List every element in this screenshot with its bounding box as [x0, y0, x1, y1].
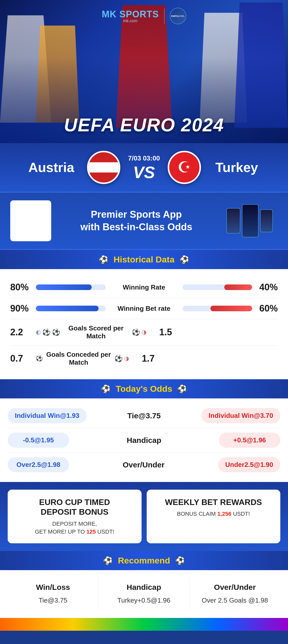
bonus-deposit-title: EURO CUP TIMEDDEPOSIT BONUS: [14, 497, 135, 517]
bonus-weekly-desc: BONUS CLAIM 1,256 USDT!: [153, 510, 274, 518]
stat-right-winning-rate: 40%: [252, 282, 278, 293]
empoli-badge: EMPOLI F.C.: [170, 8, 186, 24]
small-ball-icon: ⚽: [36, 355, 43, 362]
stat-bar-right-winning-bet: [183, 306, 252, 311]
stat-left-winning-bet: 90%: [10, 303, 36, 314]
recommend-win-loss-value: Tie@3.75: [13, 596, 93, 605]
recommend-col-win-loss: Win/Loss Tie@3.75: [8, 578, 99, 610]
austria-flag: [87, 151, 120, 184]
odds-section-header: ⚽ Today's Odds ⚽: [0, 379, 288, 398]
recommend-col-overunder: Over/Under Over 2.5 Goals @1.98: [189, 578, 280, 610]
recommend-overunder-title: Over/Under: [195, 583, 275, 592]
odds-ball-icon-left: ⚽: [101, 384, 111, 393]
stat-label-winning-rate: Winning Rate: [108, 283, 180, 291]
odds-row-overunder: Over2.5@1.98 Over/Under Under2.5@1.90: [8, 453, 280, 477]
vs-block: 7/03 03:00 VS: [128, 154, 160, 181]
austria-flag-top-red: [89, 152, 119, 162]
recommend-title: Recommend: [118, 556, 170, 566]
bonus-deposit-desc: DEPOSIT MORE,GET MORE! UP TO 125 USDT!: [14, 520, 135, 536]
recommend-win-loss-title: Win/Loss: [13, 583, 93, 592]
mk-sports-brand: MK SPORTS mk.com: [102, 9, 159, 23]
goals-conceded-icons-left: ⚽: [36, 355, 43, 362]
stat-fill-blue-winning-bet: [36, 306, 99, 311]
phone-mockup-2: [242, 204, 259, 237]
bonus-card-weekly[interactable]: WEEKLY BET REWARDS BONUS CLAIM 1,256 USD…: [147, 490, 281, 543]
odds-ball-icon-right: ⚽: [177, 384, 187, 393]
ball-icon-3: ⚽: [132, 328, 140, 336]
vs-text: VS: [133, 164, 155, 181]
stat-fill-red-winning-bet: [210, 306, 252, 311]
stat-left-winning-rate: 80%: [10, 282, 36, 293]
odds-center-overunder: Over/Under: [74, 461, 213, 469]
half-ball-icon-right-2: ◑: [124, 355, 129, 362]
recommend-ball-icon-left: ⚽: [103, 556, 113, 565]
ball-icon-2: ⚽: [52, 328, 60, 336]
austria-flag-bottom-red: [89, 172, 119, 182]
recommend-section-header: ⚽ Recommend ⚽: [0, 551, 288, 570]
promo-title: Premier Sports Appwith Best-in-Class Odd…: [56, 208, 216, 234]
bonus-weekly-amount: 1,256: [217, 511, 231, 517]
odds-center-handicap: Handicap: [74, 436, 214, 445]
goals-scored-icons-right: ⚽ ◑: [132, 328, 146, 336]
turkey-crescent-icon: ☪: [177, 160, 191, 175]
logo-divider: [164, 8, 165, 24]
soccer-ball-icon-right: ⚽: [180, 255, 189, 264]
recommend-ball-icon-right: ⚽: [175, 556, 185, 565]
bottom-color-bar: [0, 618, 288, 631]
ball-icon-1: ⚽: [42, 328, 50, 336]
half-ball-icon: ◐: [36, 329, 41, 336]
promo-phones: [221, 200, 278, 241]
austria-flag-white: [89, 162, 119, 172]
phone-mockup-3: [260, 209, 273, 232]
odds-left-handicap[interactable]: -0.5@1.95: [8, 433, 69, 448]
odds-row-win: Individual Win@1.93 Tie@3.75 Individual …: [8, 404, 280, 428]
turkey-flag: ☪: [168, 151, 201, 184]
hero-title: UEFA EURO 2024: [64, 114, 224, 135]
phone-mockup-1: [226, 208, 240, 234]
recommend-handicap-value: Turkey+0.5@1.96: [104, 596, 184, 605]
historical-section-header: ⚽ Historical Data ⚽: [0, 250, 288, 269]
stat-label-goals-conceded: Goals Conceded per Match: [43, 351, 114, 366]
odds-right-handicap[interactable]: +0.5@1.96: [219, 433, 280, 448]
half-ball-icon-right: ◑: [142, 329, 146, 336]
team-right-name: Turkey: [201, 160, 273, 175]
stat-bar-right-winning-rate: [183, 284, 252, 290]
soccer-ball-icon-left: ⚽: [99, 255, 108, 264]
odds-title: Today's Odds: [116, 384, 172, 394]
recommend-grid: Win/Loss Tie@3.75 Handicap Turkey+0.5@1.…: [0, 570, 288, 618]
promo-qr-code[interactable]: // QR code will be rendered via CSS appr…: [10, 200, 51, 241]
stat-right-goals-conceded: 1.7: [129, 353, 155, 364]
bonus-deposit-amount: 125: [86, 528, 96, 535]
recommend-overunder-value: Over 2.5 Goals @1.98: [195, 596, 275, 605]
match-date: 7/03 03:00: [128, 154, 160, 162]
stat-left-goals-conceded: 0.7: [10, 353, 36, 364]
hero-section: MK SPORTS mk.com EMPOLI F.C. UEFA EURO 2…: [0, 0, 288, 143]
odds-center-win: Tie@3.75: [127, 411, 161, 420]
matchup-section: Austria 7/03 03:00 VS ☪ Turkey: [0, 143, 288, 193]
goals-conceded-icons-right: ⚽ ◑: [114, 355, 129, 363]
stat-fill-blue-winning-rate: [36, 284, 92, 290]
odds-left-win[interactable]: Individual Win@1.93: [8, 408, 87, 423]
promo-section: // QR code will be rendered via CSS appr…: [0, 193, 288, 250]
team-left-name: Austria: [15, 160, 87, 175]
stat-bar-left-winning-bet: [36, 306, 106, 311]
stat-fill-red-winning-rate: [224, 284, 252, 290]
stat-right-goals-scored: 1.5: [146, 327, 172, 338]
stat-row-goals-scored: 2.2 ◐ ⚽ ⚽ Goals Scored per Match ⚽ ◑ 1.5: [10, 319, 278, 346]
stats-section: 80% Winning Rate 40% 90% Winning Bet rat…: [0, 269, 288, 379]
bonus-card-deposit[interactable]: EURO CUP TIMEDDEPOSIT BONUS DEPOSIT MORE…: [8, 490, 142, 543]
historical-title: Historical Data: [113, 255, 174, 264]
stat-row-winning-bet: 90% Winning Bet rate 60%: [10, 298, 278, 319]
odds-right-win[interactable]: Individual Win@3.70: [201, 408, 280, 423]
odds-right-overunder[interactable]: Under2.5@1.90: [218, 457, 280, 472]
recommend-handicap-title: Handicap: [104, 583, 184, 592]
goals-scored-icons-left: ◐ ⚽ ⚽: [36, 328, 60, 336]
stat-label-winning-bet: Winning Bet rate: [108, 305, 180, 313]
stat-row-winning-rate: 80% Winning Rate 40%: [10, 277, 278, 298]
odds-left-overunder[interactable]: Over2.5@1.98: [8, 457, 69, 472]
recommend-col-handicap: Handicap Turkey+0.5@1.96: [99, 578, 189, 610]
stat-row-goals-conceded: 0.7 ⚽ Goals Conceded per Match ⚽ ◑ 1.7: [10, 346, 278, 372]
odds-grid: Individual Win@1.93 Tie@3.75 Individual …: [0, 398, 288, 482]
promo-text: Premier Sports Appwith Best-in-Class Odd…: [56, 208, 216, 234]
brand-logo: MK SPORTS mk.com EMPOLI F.C.: [102, 8, 186, 24]
